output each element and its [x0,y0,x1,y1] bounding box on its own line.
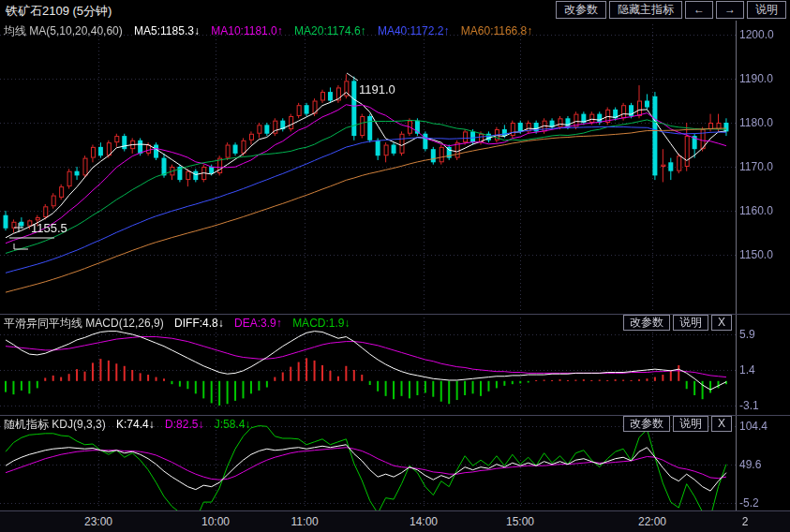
ma10-label: MA10:1181.0↑ [211,24,283,37]
kdj-close-button[interactable]: X [711,416,732,432]
low-price-annotation: 1155.5 [31,221,67,235]
change-params-button[interactable]: 改参数 [556,1,606,19]
ma20-label: MA20:1174.6↑ [294,24,366,37]
kdj-header: 随机指标 KDJ(9,3,3) K:74.4↓ D:82.5↓ J:58.4↓ [4,417,258,433]
ma40-label: MA40:1172.2↑ [378,24,450,37]
topbar: 铁矿石2109 (5分钟) 改参数 隐藏主指标 ← → 说明 [0,0,790,21]
ma5-label: MA5:1185.3↓ [134,24,200,37]
price-axis-label: 1180.0 [739,116,773,129]
macd-label: MACD:1.9↓ [292,317,350,330]
ma-legend-prefix: 均线 MA(5,10,20,40,60) [4,24,123,37]
price-axis-label: 1170.0 [739,160,773,173]
price-axis-label: 1160.0 [739,204,773,217]
ma60-label: MA60:1166.8↑ [461,24,533,37]
macd-change-params-button[interactable]: 改参数 [623,315,670,331]
diff-label: DIFF:4.8↓ [174,317,224,330]
k-label: K:74.4↓ [116,418,155,431]
help-button[interactable]: 说明 [747,1,786,19]
time-label: 11:00 [291,515,318,528]
y-axis-line [736,21,737,510]
kdj-axis-label: -5.2 [739,496,759,510]
arrow-right-button[interactable]: → [716,1,744,19]
kdj-axis-label: 49.6 [739,458,761,471]
price-axis-label: 1190.0 [739,72,773,85]
topbar-buttons: 改参数 隐藏主指标 ← → 说明 [556,1,786,19]
time-label: 2 [742,515,749,528]
price-axis-label: 1150.0 [739,248,773,261]
macd-close-button[interactable]: X [711,315,732,331]
macd-buttons: 改参数 说明 X [623,315,732,331]
macd-help-button[interactable]: 说明 [673,315,708,331]
kdj-change-params-button[interactable]: 改参数 [623,416,670,432]
d-label: D:82.5↓ [165,418,203,431]
macd-axis-label: 1.4 [739,363,755,377]
ma-legend: 均线 MA(5,10,20,40,60) MA5:1185.3↓ MA10:11… [4,23,541,39]
trading-app-window: 铁矿石2109 (5分钟) 改参数 隐藏主指标 ← → 说明 均线 MA(5,1… [0,0,790,532]
macd-axis-label: -3.1 [739,399,759,412]
kdj-panel-title: 随机指标 KDJ(9,3,3) [4,418,106,431]
kdj-buttons: 改参数 说明 X [623,416,732,432]
time-label: 23:00 [84,515,112,528]
kdj-help-button[interactable]: 说明 [673,416,708,432]
j-label: J:58.4↓ [215,418,251,431]
price-axis-label: 1200.0 [739,28,774,41]
macd-axis-label: 5.9 [739,328,755,341]
high-price-annotation: 1191.0 [359,82,395,96]
dea-label: DEA:3.9↑ [234,317,282,330]
kdj-axis-label: 104.4 [739,420,768,433]
macd-panel-title: 平滑异同平均线 MACD(12,26,9) [4,317,164,330]
macd-header: 平滑异同平均线 MACD(12,26,9) DIFF:4.8↓ DEA:3.9↑… [4,316,357,332]
hide-main-indicator-button[interactable]: 隐藏主指标 [609,1,682,19]
time-label: 10:00 [201,515,230,528]
time-axis-bar: 23:00 10:00 11:00 14:00 15:00 22:00 2 [0,511,790,532]
chart-title: 铁矿石2109 (5分钟) [6,3,112,20]
time-label: 22:00 [638,515,666,528]
time-label: 14:00 [410,515,438,528]
time-label: 15:00 [506,515,534,528]
main-chart-canvas[interactable] [0,21,790,314]
arrow-left-button[interactable]: ← [685,1,713,19]
